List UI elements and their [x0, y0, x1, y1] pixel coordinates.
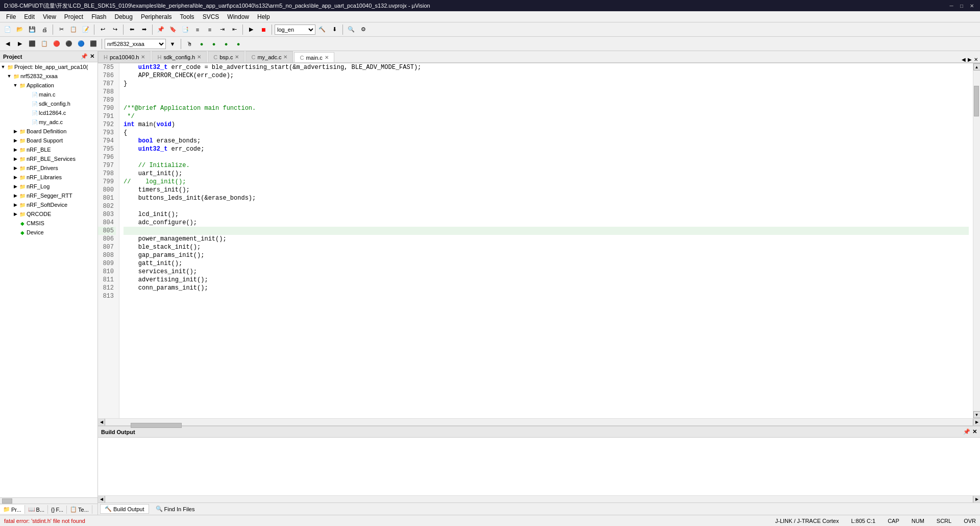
tb-btn11[interactable]: ⚙ — [358, 24, 369, 35]
menu-help[interactable]: Help — [253, 12, 274, 21]
expand-nrf52832[interactable]: ▼ — [6, 73, 12, 79]
tree-item-root[interactable]: ▼ 📁 Project: ble_app_uart_pca10( — [0, 62, 97, 71]
tb2-btn7[interactable]: 🔵 — [76, 38, 87, 50]
tree-item-nrfsegger[interactable]: ▶ 📁 nRF_Segger_RTT — [0, 191, 97, 200]
tree-item-device[interactable]: ◆ Device — [0, 228, 97, 237]
tab-scroll-right-icon[interactable]: ▶ — [968, 57, 972, 62]
menu-file[interactable]: File — [2, 12, 20, 21]
target-options-btn[interactable]: ▼ — [167, 38, 178, 50]
expand-nrflog[interactable]: ▶ — [12, 183, 18, 189]
editor-vertical-scrollbar[interactable]: ▲ ▼ — [973, 63, 980, 418]
tab-pca10040h-close[interactable]: ✕ — [141, 54, 145, 60]
tb2-btn3[interactable]: ⬛ — [27, 38, 38, 50]
build-tab-buildoutput[interactable]: 🔨 Build Output — [100, 504, 149, 514]
tb-btn5[interactable]: 🔖 — [167, 24, 179, 35]
stop-btn[interactable]: ⏹ — [258, 24, 269, 35]
paste-btn[interactable]: 📝 — [80, 24, 91, 35]
tree-item-sdkconfig[interactable]: 📄 sdk_config.h — [0, 99, 97, 108]
lb-tab-functions[interactable]: {} F... — [48, 506, 67, 514]
menu-svcs[interactable]: SVCS — [199, 12, 224, 21]
tree-item-nrflibraries[interactable]: ▶ 📁 nRF_Libraries — [0, 173, 97, 182]
tree-item-nrfble[interactable]: ▶ 📁 nRF_BLE — [0, 145, 97, 154]
tree-horizontal-scrollbar[interactable] — [0, 497, 97, 504]
tab-sdkconfigh[interactable]: H sdk_config.h ✕ — [152, 51, 207, 62]
tb2-btn6[interactable]: ⚫ — [63, 38, 75, 50]
find-btn[interactable]: 🔍 — [346, 24, 357, 35]
tb-btn8[interactable]: ≡ — [204, 24, 215, 35]
expand-nrfsegger[interactable]: ▶ — [12, 193, 18, 199]
tb-download-btn[interactable]: ⬇ — [329, 24, 340, 35]
tb-btn6[interactable]: 📑 — [180, 24, 191, 35]
lb-tab-templates[interactable]: 📋 Te... — [67, 505, 92, 514]
hscroll-thumb[interactable] — [131, 423, 182, 428]
menu-peripherals[interactable]: Peripherals — [137, 12, 176, 21]
expand-nrflibraries[interactable]: ▶ — [12, 174, 18, 180]
tree-item-mainc[interactable]: 📄 main.c — [0, 90, 97, 99]
expand-qrcode[interactable]: ▶ — [12, 211, 18, 217]
menu-edit[interactable]: Edit — [20, 12, 39, 21]
tree-item-nrf52832[interactable]: ▼ 📁 nrf52832_xxaa — [0, 71, 97, 81]
tab-bspc-close[interactable]: ✕ — [235, 54, 239, 60]
tree-item-nrfsoftdevice[interactable]: ▶ 📁 nRF_SoftDevice — [0, 200, 97, 209]
code-hscroll[interactable]: ◀ ▶ — [98, 418, 980, 425]
project-close-icon[interactable]: ✕ — [90, 53, 94, 60]
build-hscroll-left[interactable]: ◀ — [98, 496, 105, 503]
expand-boardsupport[interactable]: ▶ — [12, 137, 18, 144]
tab-myadcc-close[interactable]: ✕ — [283, 54, 287, 60]
tree-item-application[interactable]: ▼ 📁 Application — [0, 81, 97, 90]
tab-mainc[interactable]: C main.c ✕ — [294, 52, 334, 63]
tb2-btn1[interactable]: ◀ — [2, 38, 13, 50]
code-content[interactable]: uint32_t err_code = ble_advertising_star… — [119, 63, 973, 418]
close-button[interactable]: ✕ — [968, 2, 976, 10]
tab-myadcc[interactable]: C my_adc.c ✕ — [246, 51, 293, 62]
run-btn[interactable]: ▶ — [246, 24, 257, 35]
redo-btn[interactable]: ↪ — [109, 24, 120, 35]
hscroll-right-arrow[interactable]: ▶ — [973, 419, 980, 426]
tb-btn10[interactable]: ⇤ — [229, 24, 240, 35]
tb2-tool4[interactable]: ● — [220, 38, 232, 50]
tree-item-nrflog[interactable]: ▶ 📁 nRF_Log — [0, 182, 97, 191]
menu-flash[interactable]: Flash — [87, 12, 110, 21]
tb2-stop-btn[interactable]: 🔴 — [51, 38, 62, 50]
project-pin-icon[interactable]: 📌 — [81, 53, 88, 60]
tb2-tool3[interactable]: ● — [208, 38, 219, 50]
build-tab-findinfiles[interactable]: 🔍 Find In Files — [151, 504, 200, 514]
tab-sdkconfigh-close[interactable]: ✕ — [197, 54, 201, 60]
lb-tab-books[interactable]: 📖 B... — [25, 505, 48, 514]
tb-build-btn[interactable]: 🔨 — [316, 24, 328, 35]
build-hscroll[interactable]: ◀ ▶ — [98, 495, 980, 503]
undo-btn[interactable]: ↩ — [97, 24, 108, 35]
tab-bspc[interactable]: C bsp.c ✕ — [208, 51, 244, 62]
tree-item-boarddef[interactable]: ▶ 📁 Board Definition — [0, 127, 97, 136]
scroll-down-arrow[interactable]: ▼ — [973, 411, 981, 418]
tb2-btn4[interactable]: 📋 — [39, 38, 50, 50]
copy-btn[interactable]: 📋 — [68, 24, 79, 35]
tree-item-lcd12864[interactable]: 📄 lcd12864.c — [0, 108, 97, 117]
tb2-btn2[interactable]: ▶ — [14, 38, 26, 50]
hscroll-left-arrow[interactable]: ◀ — [98, 419, 105, 426]
tree-item-myadc[interactable]: 📄 my_adc.c — [0, 117, 97, 127]
tb2-tool5[interactable]: ● — [233, 38, 244, 50]
minimize-button[interactable]: ─ — [947, 2, 955, 10]
tree-hscroll-thumb[interactable] — [2, 498, 12, 504]
nav-back-btn[interactable]: ⬅ — [126, 24, 137, 35]
tree-item-cmsis[interactable]: ◆ CMSIS — [0, 219, 97, 228]
target-dropdown[interactable]: log_en — [275, 25, 315, 35]
build-close-icon[interactable]: ✕ — [972, 428, 977, 435]
open-btn[interactable]: 📂 — [14, 24, 26, 35]
tb2-btn8[interactable]: ⬛ — [88, 38, 99, 50]
tb2-tool1[interactable]: 🖱 — [184, 38, 195, 50]
tb-btn9[interactable]: ⇥ — [216, 24, 228, 35]
tab-mainc-close[interactable]: ✕ — [325, 55, 329, 60]
expand-application[interactable]: ▼ — [12, 82, 18, 88]
menu-project[interactable]: Project — [60, 12, 87, 21]
new-file-btn[interactable]: 📄 — [2, 24, 13, 35]
tree-item-nrfdrivers[interactable]: ▶ 📁 nRF_Drivers — [0, 163, 97, 173]
expand-nrfsoftdevice[interactable]: ▶ — [12, 202, 18, 208]
restore-button[interactable]: □ — [958, 2, 966, 10]
expand-nrfble[interactable]: ▶ — [12, 147, 18, 153]
target-device-dropdown[interactable]: nrf52832_xxaa — [105, 39, 166, 49]
expand-root[interactable]: ▼ — [0, 64, 6, 70]
cut-btn[interactable]: ✂ — [56, 24, 67, 35]
lb-tab-project[interactable]: 📁 Pr... — [0, 505, 25, 514]
